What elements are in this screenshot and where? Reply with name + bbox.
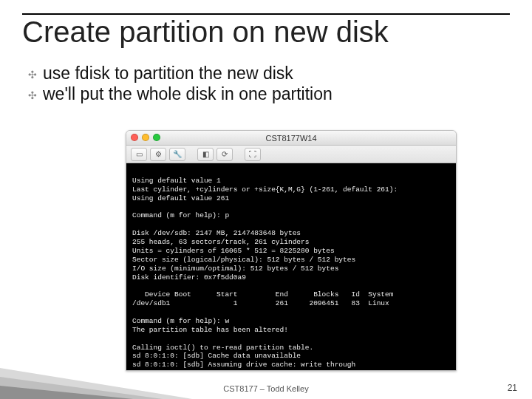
bullet-text: use fdisk to partition the new disk bbox=[43, 64, 293, 83]
slide: Create partition on new disk ✣use fdisk … bbox=[0, 0, 532, 399]
terminal-window: CST8177W14 ▭ ⚙ 🔧 ◧ ⟳ ⛶ Using default val… bbox=[126, 130, 457, 371]
window-traffic-lights bbox=[131, 134, 160, 141]
window-title: CST8177W14 bbox=[265, 134, 316, 143]
monitor-icon[interactable]: ▭ bbox=[131, 148, 147, 161]
title-rule bbox=[22, 13, 510, 15]
slide-title: Create partition on new disk bbox=[22, 16, 510, 47]
page-number: 21 bbox=[508, 383, 517, 393]
terminal-output: Using default value 1 Last cylinder, +cy… bbox=[126, 163, 456, 370]
bullet-list: ✣use fdisk to partition the new disk ✣we… bbox=[22, 64, 510, 104]
zoom-icon[interactable] bbox=[153, 134, 160, 141]
wrench-icon[interactable]: 🔧 bbox=[169, 148, 185, 161]
refresh-icon[interactable]: ⟳ bbox=[216, 148, 233, 161]
bullet-item: ✣use fdisk to partition the new disk bbox=[27, 64, 510, 84]
bullet-text: we'll put the whole disk in one partitio… bbox=[43, 84, 332, 103]
gear-icon[interactable]: ⚙ bbox=[150, 148, 166, 161]
tag-icon[interactable]: ◧ bbox=[197, 148, 214, 161]
slide-footer: CST8177 – Todd Kelley bbox=[0, 384, 532, 393]
minimize-icon[interactable] bbox=[142, 134, 149, 141]
bullet-item: ✣we'll put the whole disk in one partiti… bbox=[27, 84, 510, 105]
fullscreen-icon[interactable]: ⛶ bbox=[245, 148, 261, 161]
close-icon[interactable] bbox=[131, 134, 138, 141]
svg-marker-0 bbox=[0, 368, 192, 399]
window-titlebar: CST8177W14 bbox=[126, 131, 456, 146]
window-toolbar: ▭ ⚙ 🔧 ◧ ⟳ ⛶ bbox=[126, 146, 456, 163]
